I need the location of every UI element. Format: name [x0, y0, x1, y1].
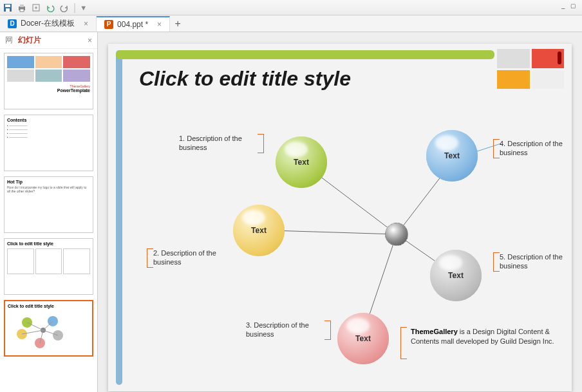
slide-thumb-5[interactable]: Click to edit title style	[4, 300, 93, 357]
thumb-title: Click to edit title style	[8, 304, 89, 308]
export-icon[interactable]	[31, 3, 41, 13]
slide-accent-top	[116, 50, 494, 59]
tile-yellow	[497, 70, 530, 89]
slide-canvas: Click to edit title style Text Text Text…	[98, 32, 582, 392]
thumbnail-list: ThemeGallery PowerTemplate Contents ▪ ──…	[0, 49, 97, 392]
quick-access-toolbar: | ▼ ⎯ ▢	[0, 0, 582, 15]
tab-label: 004.ppt *	[117, 20, 148, 29]
docer-icon: D	[8, 19, 17, 28]
side-left-tab[interactable]: 网	[5, 35, 13, 46]
undo-icon[interactable]	[45, 3, 55, 13]
redo-icon[interactable]	[59, 3, 70, 13]
hub-node[interactable]	[385, 223, 408, 246]
svg-rect-1	[5, 5, 10, 7]
add-tab-button[interactable]: +	[170, 18, 185, 30]
side-panel-header: 网 幻灯片 ×	[0, 32, 97, 49]
save-icon[interactable]	[3, 3, 13, 13]
print-icon[interactable]	[17, 3, 27, 13]
tile-red	[532, 49, 565, 68]
footer-text[interactable]: ThemeGallery is a Design Digital Content…	[411, 327, 559, 347]
slide[interactable]: Click to edit title style Text Text Text…	[108, 44, 572, 391]
close-icon[interactable]: ×	[88, 36, 92, 45]
tile-photo-2	[532, 70, 565, 89]
bracket-icon	[493, 252, 500, 272]
slide-thumb-4[interactable]: Click to edit title style	[4, 238, 93, 295]
node-3-ball[interactable]: Text	[337, 313, 389, 364]
bracket-icon	[147, 248, 153, 268]
thumb-body: How do I incorporate my logo to a slide …	[7, 185, 90, 193]
slide-thumbnails-panel: 网 幻灯片 × ThemeGallery PowerTemplate Conte…	[0, 32, 98, 392]
tile-photo-1	[497, 49, 530, 68]
bracket-icon	[324, 321, 331, 340]
close-icon[interactable]: ×	[84, 19, 88, 28]
thumb-title: Hot Tip	[7, 180, 90, 184]
bracket-icon	[493, 139, 500, 158]
slide-thumb-1[interactable]: ThemeGallery PowerTemplate	[4, 53, 93, 109]
document-tabs: D Docer-在线模板 × P 004.ppt * × +	[0, 15, 582, 32]
thumb-title: Contents	[7, 118, 90, 122]
bracket-icon	[400, 327, 407, 359]
node-5-desc[interactable]: 5. Description of the business	[500, 252, 577, 271]
svg-line-20	[272, 230, 397, 234]
bracket-icon	[258, 134, 264, 153]
tab-ppt[interactable]: P 004.ppt * ×	[97, 16, 170, 32]
thumb-title: PowerTemplate	[7, 88, 90, 93]
ppt-icon: P	[104, 20, 113, 29]
close-icon[interactable]: ×	[157, 20, 162, 29]
main-area: 网 幻灯片 × ThemeGallery PowerTemplate Conte…	[0, 32, 582, 392]
node-4-desc[interactable]: 4. Description of the business	[500, 139, 577, 158]
window-controls: ⎯ ▢	[559, 2, 577, 10]
slide-thumb-3[interactable]: Hot Tip How do I incorporate my logo to …	[4, 176, 93, 233]
node-5-ball[interactable]: Text	[430, 250, 482, 301]
thumb-title: Click to edit title style	[7, 241, 90, 246]
slide-accent-left	[116, 50, 122, 385]
node-2-ball[interactable]: Text	[233, 205, 285, 256]
svg-rect-5	[20, 9, 24, 12]
node-1-ball[interactable]: Text	[276, 136, 327, 188]
slide-thumb-2[interactable]: Contents ▪ ────────▪ ────────▪ ────────▪…	[4, 115, 93, 171]
min-icon[interactable]: ⎯	[559, 2, 567, 10]
node-1-desc[interactable]: 1. Description of the business	[179, 134, 256, 153]
svg-rect-4	[20, 5, 24, 7]
max-icon[interactable]: ▢	[569, 2, 577, 10]
tab-docer[interactable]: D Docer-在线模板 ×	[0, 16, 97, 32]
node-3-desc[interactable]: 3. Description of the business	[246, 321, 323, 339]
side-tab-label[interactable]: 幻灯片	[18, 35, 41, 46]
corner-tiles	[497, 49, 564, 89]
svg-rect-2	[6, 8, 10, 12]
tab-label: Docer-在线模板	[21, 18, 75, 29]
node-4-ball[interactable]: Text	[426, 130, 478, 182]
node-2-desc[interactable]: 2. Description of the business	[153, 248, 230, 267]
slide-title[interactable]: Click to edit title style	[139, 67, 351, 91]
